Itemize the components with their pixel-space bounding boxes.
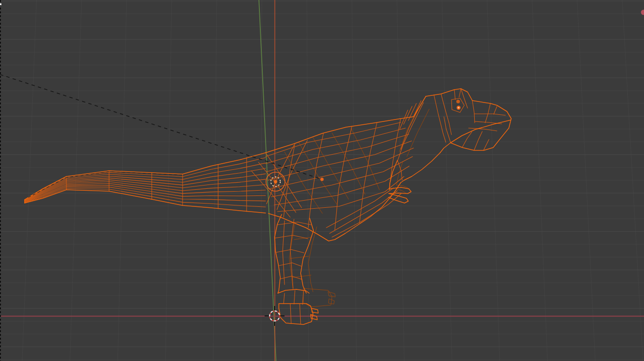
trex-eye-highlight [458, 107, 460, 109]
trex-wireframe[interactable] [25, 89, 511, 324]
left-edge-speck [0, 3, 1, 5]
relationship-end-dot [321, 178, 324, 181]
object-origin-indicator [266, 172, 285, 191]
blender-3d-viewport[interactable] [0, 0, 644, 361]
trex-silhouette [25, 89, 511, 324]
origin-center-dot [274, 180, 277, 183]
notification-dot [641, 10, 644, 15]
trex-eye-dot-upper [456, 100, 460, 103]
trex-farside-mesh [285, 109, 429, 307]
